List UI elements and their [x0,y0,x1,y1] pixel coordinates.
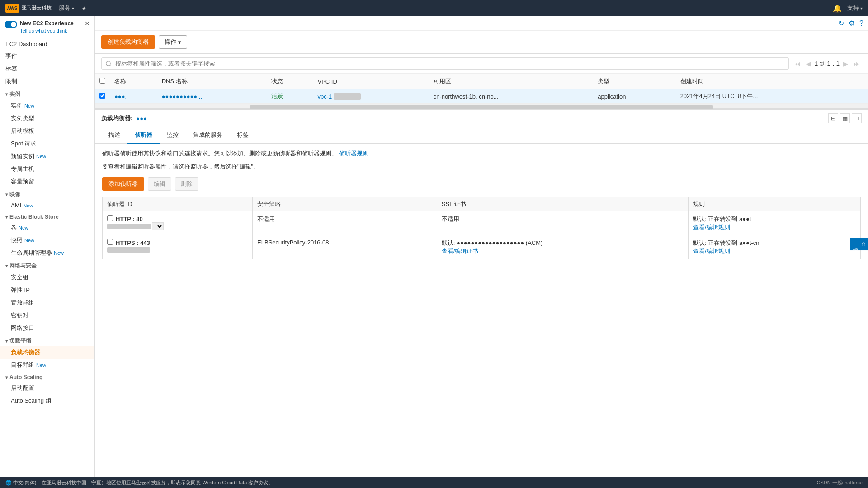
lb-dns-link[interactable]: ●●●●●●●●●●... [162,93,202,100]
experience-toggle[interactable] [5,21,17,28]
detail-tab-content: 侦听器侦听使用其协议和端口的连接请求。您可以添加、删除或更新侦听器和侦听器规则。… [95,144,868,477]
sidebar-item-弹性-IP[interactable]: 弹性 IP [0,284,94,296]
listener-table-body: HTTP : 80arn..●●●●●●●●●● c不适用不适用默认: 正在转发… [103,211,861,259]
sidebar-item-实例类型[interactable]: 实例类型 [0,112,94,125]
favorites[interactable]: ★ [81,5,87,12]
sidebar-item-目标群组[interactable]: 目标群组 New [0,359,94,371]
col-header-5[interactable]: 类型 [593,74,675,89]
col-header-1[interactable]: DNS 名称 [157,74,267,89]
col-header-6[interactable]: 创建时间 [676,74,868,89]
view-rule-link[interactable]: 查看/编辑规则 [693,248,730,254]
sidebar-section-负载平衡[interactable]: ▾负载平衡 [0,334,94,346]
service-menu[interactable]: 服务 ▾ [59,4,74,12]
sidebar-item-密钥对[interactable]: 密钥对 [0,309,94,322]
detail-tab-4[interactable]: 标签 [230,127,256,144]
help-icon[interactable]: ? [859,19,863,28]
listener-port: HTTP : 80 [116,216,143,222]
view-cert-link[interactable]: 查看/编辑证书 [442,248,479,254]
sidebar-section-网络与安全[interactable]: ▾网络与安全 [0,259,94,271]
sidebar-item-启动模板[interactable]: 启动模板 [0,125,94,137]
edit-listener-button: 编辑 [148,177,171,191]
language-label[interactable]: 🌐 中文(简体) [5,479,36,486]
table-toolbar-right: ↻ ⚙ ? [95,16,868,31]
sidebar-item-AMI[interactable]: AMI New [0,200,94,211]
search-input[interactable] [101,57,789,70]
col-header-2[interactable]: 状态 [267,74,313,89]
sidebar-section-实例[interactable]: ▾实例 [0,88,94,99]
lb-table: 名称DNS 名称状态VPC ID可用区类型创建时间 ●●●.●●●●●●●●●●… [95,74,868,104]
listener-note-text: 要查看和编辑监听器属性，请选择监听器，然后选择"编辑"。 [102,162,861,172]
support-button[interactable]: 支持 ▾ [847,4,863,12]
row-checkbox[interactable] [99,93,105,99]
listener-security-cell: ELBSecurityPolicy-2016-08 [253,235,437,259]
lb-type: application [593,89,675,104]
sidebar-section-Elastic-Block-Store[interactable]: ▾Elastic Block Store [0,211,94,221]
col-header-3[interactable]: VPC ID [313,74,429,89]
col-header-4[interactable]: 可用区 [429,74,594,89]
listener-select[interactable] [152,222,164,230]
sidebar-item-快照[interactable]: 快照 New [0,234,94,247]
sidebar-item-生命周期管理器[interactable]: 生命周期管理器 New [0,247,94,259]
sidebar-item-网络接口[interactable]: 网络接口 [0,322,94,334]
detail-header: 负载均衡器: ●●● ⊟ ▦ □ [95,110,868,127]
detail-tab-0[interactable]: 描述 [101,127,127,144]
bottom-right-text: CSDN·一起chatforce [817,479,863,486]
sidebar-item-安全组[interactable]: 安全组 [0,271,94,284]
sidebar-item-标签[interactable]: 标签 [0,62,94,75]
sidebar-item-置放群组[interactable]: 置放群组 [0,296,94,309]
next-page-btn[interactable]: ▶ [841,59,850,68]
last-page-btn[interactable]: ⏭ [852,59,862,68]
view-grid-icon[interactable]: ▦ [840,113,850,123]
detail-tab-3[interactable]: 集成的服务 [186,127,230,144]
section-arrow-icon: ▾ [5,375,8,380]
refresh-icon[interactable]: ↻ [838,19,844,28]
sidebar-item-实例[interactable]: 实例 New [0,99,94,112]
actions-button[interactable]: 操作 ▾ [159,35,187,49]
lb-name-link[interactable]: ●●●. [114,93,127,100]
nav-right: 🔔 支持 ▾ [833,4,863,13]
col-header-0[interactable]: 名称 [110,74,157,89]
detail-tab-1[interactable]: 侦听器 [127,127,160,144]
notice-link[interactable]: Tell us what you think [20,28,67,33]
actions-arrow: ▾ [178,39,181,46]
sidebar-section-Auto-Scaling[interactable]: ▾Auto Scaling [0,371,94,382]
sidebar-item-Spot-请求[interactable]: Spot 请求 [0,137,94,150]
detail-tab-2[interactable]: 监控 [160,127,186,144]
listener-table-header: 侦听器 ID安全策略SSL 证书规则 [103,197,861,211]
view-full-icon[interactable]: □ [852,113,862,123]
lb-az: cn-northwest-1b, cn-no... [429,89,594,104]
feedback-panel[interactable]: C 笔记 [850,238,868,250]
sidebar-item-专属主机[interactable]: 专属主机 [0,163,94,175]
sidebar-item-限制[interactable]: 限制 [0,75,94,88]
listener-checkbox[interactable] [107,215,113,221]
main-content: ↻ ⚙ ? 创建负载均衡器 操作 ▾ ⏮ ◀ 1 到 1，1 ▶ ⏭ [95,16,868,477]
listener-rules-link[interactable]: 侦听器规则 [339,150,368,157]
lb-status: 活跃 [271,93,283,99]
create-lb-button[interactable]: 创建负载均衡器 [101,35,155,49]
view-split-icon[interactable]: ⊟ [828,113,838,123]
sidebar-item-负载均衡器[interactable]: 负载均衡器 [0,346,94,359]
detail-lb-id[interactable]: ●●● [136,115,147,122]
sidebar-item-卷[interactable]: 卷 New [0,221,94,234]
settings-icon[interactable]: ⚙ [849,19,855,28]
sidebar-item-容量预留[interactable]: 容量预留 [0,175,94,188]
sidebar-item-启动配置[interactable]: 启动配置 [0,382,94,394]
listener-id-cell: HTTPS : 443arn..●●●●●●●●●●● [103,235,253,259]
view-rule-link[interactable]: 查看/编辑规则 [693,224,730,230]
sidebar-item-Auto-Scaling-组[interactable]: Auto Scaling 组 [0,394,94,407]
bell-icon[interactable]: 🔔 [833,4,842,13]
vpc-id-link[interactable]: vpc-1 [318,93,332,100]
table-row[interactable]: ●●●.●●●●●●●●●●...活跃vpc-1 ●●.cn-northwest… [95,89,868,104]
listener-rule-cell: 默认: 正在转发到 a●●t查看/编辑规则 [689,211,861,235]
top-nav: AWS 亚马逊云科技 服务 ▾ ★ 🔔 支持 ▾ [0,0,868,16]
sidebar-item-预留实例[interactable]: 预留实例 New [0,150,94,163]
close-notice-button[interactable]: ✕ [85,20,90,27]
sidebar-item-事件[interactable]: 事件 [0,50,94,62]
sidebar-item-EC2-Dashboard[interactable]: EC2 Dashboard [0,38,94,50]
sidebar-section-映像[interactable]: ▾映像 [0,188,94,200]
prev-page-btn[interactable]: ◀ [804,59,813,68]
add-listener-button[interactable]: 添加侦听器 [102,177,144,191]
listener-checkbox[interactable] [107,239,113,245]
first-page-btn[interactable]: ⏮ [793,59,802,68]
select-all-checkbox[interactable] [99,78,105,84]
